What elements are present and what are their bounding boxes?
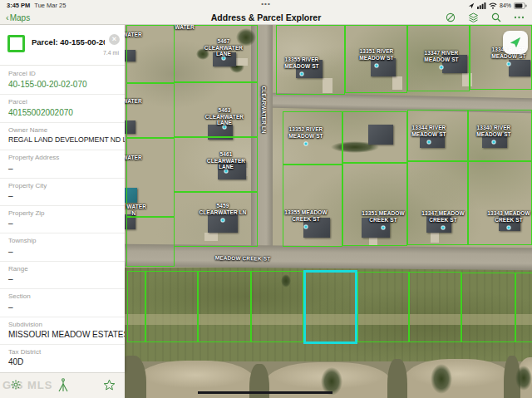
parcel-boundary bbox=[342, 163, 407, 246]
back-chevron-icon: ‹ bbox=[6, 12, 9, 22]
parcel-boundary bbox=[407, 161, 468, 245]
field-label: Property Zip bbox=[8, 209, 116, 217]
map-parcel-label: 13340 RIVER MEADOW ST bbox=[465, 125, 523, 137]
address-marker-dot[interactable] bbox=[507, 226, 511, 230]
address-marker-dot[interactable] bbox=[304, 142, 308, 146]
search-icon[interactable] bbox=[491, 12, 501, 22]
address-marker-dot[interactable] bbox=[492, 140, 496, 145]
battery-icon bbox=[514, 2, 527, 9]
field-label: Section bbox=[8, 292, 116, 300]
map-parcel-label: 13347 MEADOW CREEK ST bbox=[413, 210, 473, 223]
panel-fields: Parcel ID40-155-00-20-02-070Parcel401550… bbox=[0, 66, 125, 371]
parcel-info-panel: Parcel: 40-155-00-20-0… × 7.4 mi Parcel … bbox=[0, 25, 125, 372]
panel-field: Property Address– bbox=[0, 150, 125, 177]
field-value: 40155002002070 bbox=[8, 108, 116, 117]
map-parcel-label: WATER bbox=[125, 98, 150, 105]
map-parcel-label: 5459 CLEARWATER LN bbox=[197, 203, 249, 215]
layers-icon[interactable] bbox=[468, 12, 479, 23]
back-button-maps[interactable]: ‹ Maps bbox=[6, 13, 30, 22]
multitask-dots: ••• bbox=[261, 0, 270, 7]
panel-field: SubdivisionMISSOURI MEADOW ESTATES bbox=[0, 317, 125, 344]
map-parcel-label: 13352 RIVER MEADOW ST bbox=[277, 126, 335, 139]
app-screen: 3:45 PM Tue Mar 25 ••• 84% ‹ Maps Addres… bbox=[0, 0, 532, 398]
map-parcel-label: H WATER N bbox=[125, 204, 151, 216]
field-value: REGAL LAND DEVELOPMENT ND LLC bbox=[8, 135, 116, 144]
map-parcel-label: 13351 MEADOW CREEK ST bbox=[353, 210, 413, 223]
map-road-label: MEADOW CREEK ST bbox=[215, 255, 271, 263]
map-parcel-label: 5463 CLEARWATER LANE bbox=[199, 107, 250, 126]
locate-button[interactable] bbox=[503, 31, 528, 54]
panel-field: Property City– bbox=[0, 178, 125, 205]
parcel-boundary bbox=[283, 165, 342, 247]
surveyor-antenna-icon[interactable] bbox=[57, 378, 70, 393]
parcel-legend-swatch bbox=[7, 35, 25, 52]
panel-footer-bar: GIS MLS bbox=[0, 372, 125, 398]
address-marker-dot[interactable] bbox=[507, 62, 511, 66]
map-parcel-label: 13343 MEADOW CREEK ST bbox=[479, 210, 532, 223]
panel-distance: 7.4 mi bbox=[103, 50, 119, 56]
map-parcel-label: 13347 RIVER MEADOW ST bbox=[412, 50, 470, 62]
field-label: Township bbox=[8, 237, 116, 244]
parcel-boundary bbox=[409, 272, 461, 342]
address-marker-dot[interactable] bbox=[221, 219, 225, 223]
nav-bar: ‹ Maps Address & Parcel Explorer bbox=[0, 11, 532, 25]
field-value: 40-155-00-20-02-070 bbox=[8, 80, 116, 89]
field-value: MISSOURI MEADOW ESTATES bbox=[8, 330, 116, 339]
back-label: Maps bbox=[10, 13, 30, 22]
clock: 3:45 PM bbox=[7, 2, 30, 9]
tree bbox=[431, 364, 452, 394]
parcel-boundary bbox=[145, 271, 198, 342]
location-services-icon bbox=[468, 2, 475, 9]
field-label: Property Address bbox=[8, 154, 116, 161]
road bbox=[125, 244, 532, 270]
selected-parcel-highlight[interactable] bbox=[303, 270, 357, 344]
field-label: Subdivision bbox=[8, 321, 116, 328]
map-canvas[interactable]: WATERWATER5467 CLEARWATER LANE13355 RIVE… bbox=[125, 25, 532, 398]
gear-icon[interactable] bbox=[11, 380, 21, 390]
map-parcel-label: 5467 CLEARWATER LANE bbox=[198, 38, 249, 57]
map-parcel-label: WATER bbox=[167, 25, 202, 31]
address-marker-dot[interactable] bbox=[382, 226, 386, 230]
field-boundary-line bbox=[198, 391, 332, 394]
close-icon[interactable]: × bbox=[109, 34, 120, 45]
parcel-boundary bbox=[126, 83, 175, 138]
address-marker-dot[interactable] bbox=[427, 140, 431, 145]
parcel-boundary bbox=[461, 273, 515, 342]
panel-field: Section– bbox=[0, 288, 125, 316]
parcel-boundary bbox=[127, 271, 145, 342]
address-marker-dot[interactable] bbox=[300, 72, 304, 76]
panel-field: Parcel40155002002070 bbox=[0, 94, 125, 121]
map-parcel-label: 13355 RIVER MEADOW ST bbox=[273, 57, 331, 69]
panel-field: Tax District40D bbox=[0, 344, 125, 371]
address-marker-dot[interactable] bbox=[441, 226, 446, 230]
more-icon[interactable] bbox=[514, 12, 525, 22]
field-value: – bbox=[8, 247, 116, 256]
field-label: Parcel bbox=[8, 98, 116, 106]
panel-field: Owner NameREGAL LAND DEVELOPMENT ND LLC bbox=[0, 122, 125, 150]
parcel-boundary bbox=[174, 192, 258, 247]
parcel-boundary bbox=[198, 271, 251, 342]
page-title: Address & Parcel Explorer bbox=[211, 12, 321, 22]
draw-compass-icon[interactable] bbox=[446, 12, 456, 22]
panel-field: Range– bbox=[0, 261, 125, 288]
field-gap bbox=[387, 359, 407, 398]
map-parcel-label: WATER bbox=[125, 32, 150, 38]
parcel-boundary bbox=[126, 217, 175, 267]
battery-percent: 84% bbox=[500, 2, 511, 8]
star-icon[interactable] bbox=[103, 379, 116, 391]
map-parcel-label: 5461 CLEARWATER LANE bbox=[200, 151, 252, 170]
field-value: – bbox=[8, 164, 116, 173]
field-value: 40D bbox=[8, 357, 116, 366]
panel-field: Property Zip– bbox=[0, 205, 125, 233]
parcel-boundary bbox=[251, 271, 303, 342]
field-label: Owner Name bbox=[8, 126, 116, 134]
address-marker-dot[interactable] bbox=[304, 225, 308, 229]
field-label: Parcel ID bbox=[8, 70, 116, 77]
address-marker-dot[interactable] bbox=[440, 66, 444, 70]
address-marker-dot[interactable] bbox=[375, 64, 379, 68]
field-value: – bbox=[8, 274, 116, 283]
field-label: Property City bbox=[8, 182, 116, 189]
panel-field: Parcel ID40-155-00-20-02-070 bbox=[0, 66, 125, 94]
parcel-boundary bbox=[357, 272, 409, 342]
map-parcel-label: WATER bbox=[125, 155, 150, 161]
